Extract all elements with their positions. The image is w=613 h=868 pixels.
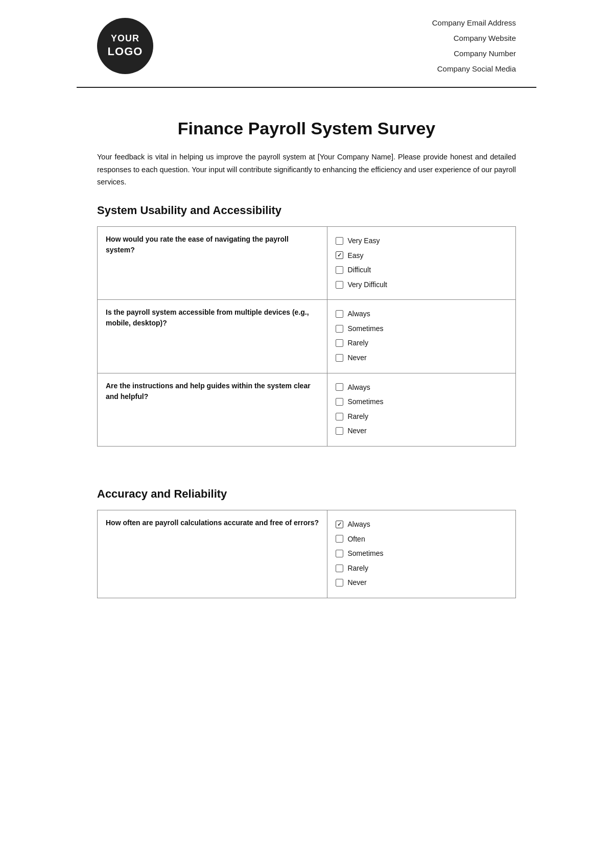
options-4: Always Often Sometimes Rarely Never [327, 510, 516, 598]
list-item: Never [336, 424, 507, 438]
option-label: Rarely [347, 410, 368, 424]
survey-intro: Your feedback is vital in helping us imp… [97, 151, 516, 189]
checkbox-rarely[interactable] [336, 339, 343, 347]
option-label: Sometimes [347, 322, 383, 336]
list-item: Rarely [336, 410, 507, 424]
logo: YOUR LOGO [97, 18, 153, 74]
logo-line2: LOGO [108, 44, 143, 59]
list-item: Very Difficult [336, 278, 507, 292]
checkbox-very-easy[interactable] [336, 237, 343, 245]
question-1: How would you rate the ease of navigatin… [98, 226, 327, 299]
company-website: Company Website [432, 31, 516, 46]
checkbox-never[interactable] [336, 354, 343, 362]
list-item: Always [336, 307, 507, 321]
option-label: Always [347, 381, 370, 394]
option-label: Never [347, 576, 366, 590]
checkbox-never[interactable] [336, 579, 343, 587]
checkbox-sometimes[interactable] [336, 325, 343, 333]
checkbox-rarely[interactable] [336, 413, 343, 420]
question-4: How often are payroll calculations accur… [98, 510, 327, 598]
list-item: Sometimes [336, 322, 507, 336]
list-item: Difficult [336, 263, 507, 277]
checkbox-very-difficult[interactable] [336, 281, 343, 289]
list-item: Always [336, 518, 507, 531]
list-item: Very Easy [336, 234, 507, 248]
header: YOUR LOGO Company Email Address Company … [77, 0, 536, 88]
option-label: Very Difficult [347, 278, 387, 292]
option-label: Rarely [347, 561, 368, 575]
option-label: Easy [347, 249, 363, 263]
checkbox-rarely[interactable] [336, 565, 343, 572]
company-number: Company Number [432, 46, 516, 61]
company-info: Company Email Address Company Website Co… [432, 15, 516, 77]
list-item: Rarely [336, 561, 507, 575]
list-item: Easy [336, 249, 507, 263]
checkbox-sometimes[interactable] [336, 550, 343, 557]
checkbox-always[interactable] [336, 383, 343, 391]
list-item: Never [336, 351, 507, 365]
company-social: Company Social Media [432, 61, 516, 77]
checkbox-never[interactable] [336, 427, 343, 435]
list-item: Never [336, 576, 507, 590]
section-title-1: System Usability and Accessibility [97, 204, 516, 217]
checkbox-easy[interactable] [336, 251, 343, 259]
option-label: Sometimes [347, 395, 383, 409]
list-item: Sometimes [336, 395, 507, 409]
table-row: How would you rate the ease of navigatin… [98, 226, 516, 299]
checkbox-sometimes[interactable] [336, 398, 343, 406]
checkbox-difficult[interactable] [336, 266, 343, 274]
section-2-table: How often are payroll calculations accur… [97, 510, 516, 598]
option-label: Sometimes [347, 547, 383, 560]
options-3: Always Sometimes Rarely Never [327, 373, 516, 446]
list-item: Often [336, 532, 507, 546]
main-content: Finance Payroll System Survey Your feedb… [77, 88, 536, 634]
section-1-table: How would you rate the ease of navigatin… [97, 226, 516, 447]
table-row: How often are payroll calculations accur… [98, 510, 516, 598]
option-label: Never [347, 424, 366, 438]
table-row: Is the payroll system accessible from mu… [98, 300, 516, 373]
section-title-2: Accuracy and Reliability [97, 487, 516, 501]
list-item: Always [336, 381, 507, 394]
checkbox-always[interactable] [336, 310, 343, 318]
option-label: Rarely [347, 336, 368, 350]
list-item: Sometimes [336, 547, 507, 560]
question-2: Is the payroll system accessible from mu… [98, 300, 327, 373]
option-label: Never [347, 351, 366, 365]
option-label: Difficult [347, 263, 371, 277]
option-label: Always [347, 518, 370, 531]
options-2: Always Sometimes Rarely Never [327, 300, 516, 373]
checkbox-always[interactable] [336, 521, 343, 528]
survey-title: Finance Payroll System Survey [97, 119, 516, 138]
options-1: Very Easy Easy Difficult Very Difficult [327, 226, 516, 299]
checkbox-often[interactable] [336, 535, 343, 543]
question-3: Are the instructions and help guides wit… [98, 373, 327, 446]
option-label: Often [347, 532, 365, 546]
list-item: Rarely [336, 336, 507, 350]
option-label: Always [347, 307, 370, 321]
company-email: Company Email Address [432, 15, 516, 31]
logo-line1: YOUR [111, 33, 139, 44]
option-label: Very Easy [347, 234, 380, 248]
table-row: Are the instructions and help guides wit… [98, 373, 516, 446]
